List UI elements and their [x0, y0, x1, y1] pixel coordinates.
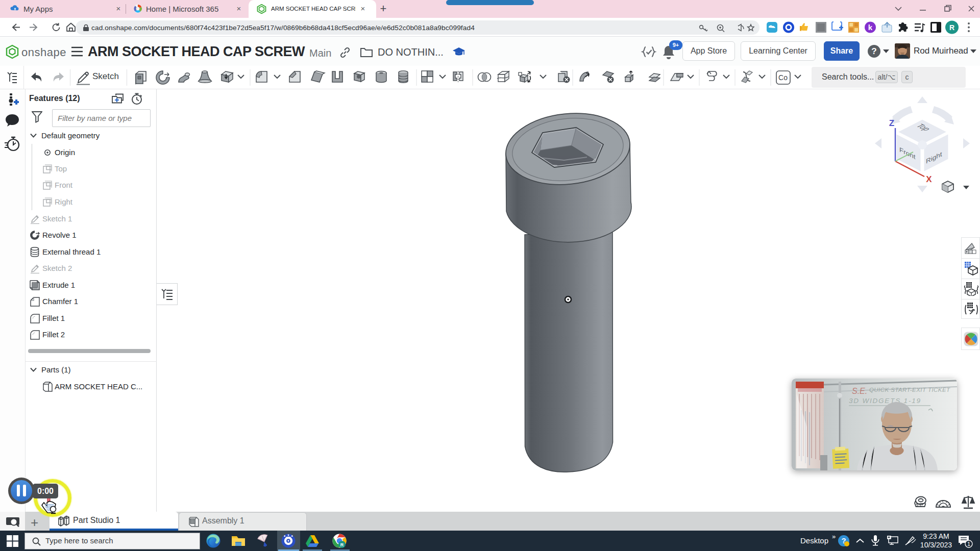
svg-text:1: 1	[967, 541, 970, 547]
svg-text:R: R	[949, 23, 954, 32]
svg-text:R: R	[340, 542, 344, 547]
svg-text:3D WIDGETS 1-19: 3D WIDGETS 1-19	[849, 397, 920, 405]
svg-text:QUICK START-EXIT TICKET: QUICK START-EXIT TICKET	[869, 387, 950, 393]
svg-text:Z: Z	[889, 118, 894, 128]
svg-text:Co: Co	[778, 73, 788, 82]
svg-text:S.E.: S.E.	[852, 387, 867, 395]
svg-text:k: k	[868, 23, 873, 32]
svg-text:onshape: onshape	[21, 46, 66, 59]
svg-text:X: X	[926, 174, 932, 184]
